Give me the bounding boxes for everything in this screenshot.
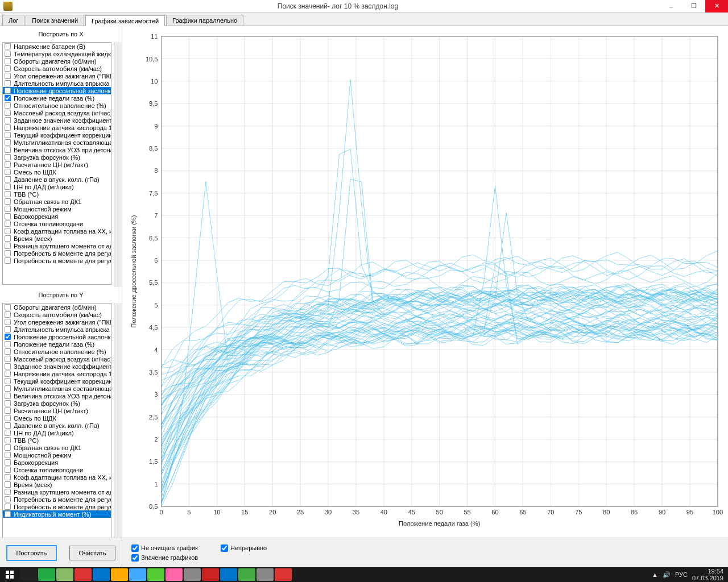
list-checkbox[interactable] [5, 132, 11, 138]
list-item[interactable]: Температура охлаждающей жидко [3, 50, 111, 57]
list-item[interactable]: Положение педали газа (%) [3, 340, 111, 348]
list-item[interactable]: Загрузка форсунок (%) [3, 400, 111, 407]
list-item[interactable]: Обратная связь по ДК1 [3, 444, 111, 451]
taskbar-app-icon[interactable] [166, 568, 183, 581]
list-checkbox[interactable] [5, 228, 11, 234]
list-checkbox[interactable] [5, 452, 11, 458]
taskbar-app-icon[interactable] [111, 568, 128, 581]
list-checkbox[interactable] [5, 43, 11, 49]
list-item[interactable]: Обороты двигателя (об/мин) [3, 304, 111, 311]
list-x[interactable]: Напряжение батареи (В)Температура охлажд… [2, 42, 111, 285]
list-checkbox[interactable] [5, 213, 11, 219]
list-item[interactable]: Отсечка топливоподачи [3, 220, 111, 227]
list-item[interactable]: Смесь по ШДК [3, 414, 111, 422]
list-item[interactable]: Положение дроссельной заслонки [3, 333, 111, 340]
list-checkbox[interactable] [5, 124, 11, 131]
list-checkbox[interactable] [5, 169, 11, 175]
close-button[interactable]: ✕ [705, 0, 728, 13]
list-checkbox[interactable] [5, 250, 11, 256]
list-item[interactable]: Скорость автомобиля (км/час) [3, 311, 111, 318]
taskbar-app-icon[interactable] [93, 568, 110, 581]
list-item[interactable]: Давление в впуск. колл. (гПа) [3, 176, 111, 183]
taskbar-app-icon[interactable] [20, 568, 37, 581]
list-item[interactable]: Барокоррекция [3, 459, 111, 466]
list-checkbox[interactable] [5, 65, 11, 72]
list-checkbox[interactable] [5, 147, 11, 153]
tab-3[interactable]: Графики параллельно [166, 15, 243, 26]
list-checkbox[interactable] [5, 206, 11, 212]
list-checkbox[interactable] [5, 385, 11, 392]
list-item[interactable]: Угол опережения зажигания (°ПКВ [3, 318, 111, 326]
list-checkbox[interactable] [5, 176, 11, 182]
list-item[interactable]: Мультипликативная составляюща [3, 139, 111, 146]
list-checkbox[interactable] [5, 198, 11, 205]
tray-volume-icon[interactable]: 🔊 [663, 571, 671, 579]
list-checkbox[interactable] [5, 102, 11, 109]
list-checkbox[interactable] [5, 184, 11, 190]
taskbar-app-icon[interactable] [129, 568, 146, 581]
list-checkbox[interactable] [5, 243, 11, 249]
check-no-clear[interactable]: Не очищать график [131, 544, 198, 552]
list-checkbox[interactable] [5, 257, 11, 264]
taskbar-app-icon[interactable] [38, 568, 55, 581]
list-checkbox[interactable] [5, 496, 11, 502]
taskbar-app-icon[interactable] [275, 568, 292, 581]
list-item[interactable]: Напряжение батареи (В) [3, 43, 111, 50]
taskbar-app-icon[interactable] [184, 568, 201, 581]
start-button[interactable] [0, 567, 19, 582]
list-item[interactable]: Расчитанное ЦН (мг/такт) [3, 407, 111, 414]
taskbar-app-icon[interactable] [56, 568, 73, 581]
list-checkbox[interactable] [5, 511, 11, 517]
list-item[interactable]: Время (мсек) [3, 481, 111, 488]
list-item[interactable]: Заданное значение коэффициента [3, 363, 111, 370]
list-checkbox[interactable] [5, 95, 11, 101]
list-checkbox[interactable] [5, 341, 11, 347]
list-checkbox[interactable] [5, 474, 11, 480]
tab-1[interactable]: Поиск значений [26, 15, 84, 26]
list-checkbox[interactable] [5, 235, 11, 242]
list-item[interactable]: Загрузка форсунок (%) [3, 153, 111, 161]
list-checkbox[interactable] [5, 378, 11, 384]
list-checkbox[interactable] [5, 459, 11, 465]
list-item[interactable]: Смесь по ШДК [3, 168, 111, 176]
list-item[interactable]: Расчитанное ЦН (мг/такт) [3, 161, 111, 168]
list-item[interactable]: Заданное значение коэффициента [3, 117, 111, 124]
list-item[interactable]: Длительность импульса впрыска (м [3, 326, 111, 333]
list-checkbox[interactable] [5, 481, 11, 488]
list-item[interactable]: ТВВ (°С) [3, 190, 111, 198]
list-checkbox[interactable] [5, 393, 11, 399]
list-checkbox[interactable] [5, 80, 11, 86]
list-item[interactable]: Потребность в моменте для регул [3, 503, 111, 510]
list-checkbox[interactable] [5, 430, 11, 436]
list-item[interactable]: Напряжение датчика кислорода 1 [3, 124, 111, 131]
list-item[interactable]: Массовый расход воздуха (кг/час) [3, 355, 111, 363]
list-item[interactable]: Мощностной режим [3, 205, 111, 213]
taskbar-app-icon[interactable] [257, 568, 274, 581]
list-checkbox[interactable] [5, 348, 11, 355]
list-checkbox[interactable] [5, 400, 11, 406]
list-checkbox[interactable] [5, 326, 11, 332]
list-item[interactable]: ЦН по ДАД (мг/цикл) [3, 183, 111, 190]
taskbar-app-icon[interactable] [147, 568, 164, 581]
tray-clock[interactable]: 19:54 07.03.2019 [692, 568, 723, 581]
list-item[interactable]: Отсечка топливоподачи [3, 466, 111, 473]
list-checkbox[interactable] [5, 110, 11, 116]
list-item[interactable]: Относительное наполнение (%) [3, 102, 111, 109]
list-checkbox[interactable] [5, 319, 11, 325]
list-item[interactable]: Коэф.адаптации топлива на ХХ, кг [3, 473, 111, 481]
list-item[interactable]: Разница крутящего момента от ад [3, 488, 111, 496]
list-checkbox[interactable] [5, 415, 11, 421]
list-checkbox[interactable] [5, 363, 11, 369]
taskbar-app-icon[interactable] [202, 568, 219, 581]
list-y[interactable]: Обороты двигателя (об/мин)Скорость автом… [2, 303, 111, 546]
list-item[interactable]: Длительность импульса впрыска (м [3, 80, 111, 87]
list-item[interactable]: Потребность в моменте для регул [3, 250, 111, 257]
list-item[interactable]: Индикаторный момент (%) [3, 510, 111, 518]
list-item[interactable]: Текущий коэффициент коррекции [3, 131, 111, 139]
list-item[interactable]: Потребность в моменте для регул [3, 496, 111, 503]
list-item[interactable]: Величина отскока УОЗ при детона [3, 392, 111, 400]
list-checkbox[interactable] [5, 139, 11, 146]
list-checkbox[interactable] [5, 422, 11, 429]
list-item[interactable]: Массовый расход воздуха (кг/час) [3, 109, 111, 117]
list-item[interactable]: Мультипликативная составляюща [3, 385, 111, 392]
